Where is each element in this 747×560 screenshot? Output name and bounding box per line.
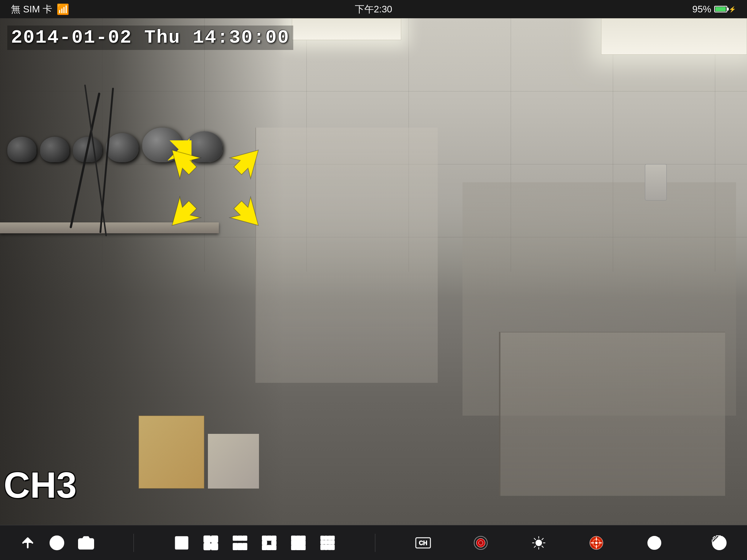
6-view-icon: [232, 535, 248, 551]
svg-rect-41: [332, 536, 334, 539]
svg-rect-38: [321, 536, 324, 539]
status-bar: 無 SIM 卡 📶 下午2:30 95% ⚡: [0, 0, 747, 18]
camera-timestamp: 2014-01-02 Thu 14:30:00: [7, 26, 293, 50]
svg-marker-3: [227, 140, 268, 181]
svg-rect-14: [212, 543, 218, 549]
svg-rect-19: [238, 543, 242, 549]
channel-button[interactable]: CH: [410, 530, 436, 556]
status-left: 無 SIM 卡 📶: [11, 3, 69, 16]
6-view-button[interactable]: [227, 530, 253, 556]
ptz-button[interactable]: [583, 530, 609, 556]
svg-rect-48: [328, 545, 331, 549]
svg-rect-35: [292, 545, 296, 549]
svg-rect-20: [243, 543, 247, 549]
ptz-circle-button[interactable]: [641, 530, 667, 556]
svg-rect-33: [296, 541, 300, 545]
9-view-button[interactable]: [285, 530, 311, 556]
svg-line-63: [534, 546, 536, 548]
back-button[interactable]: [15, 530, 41, 556]
svg-rect-13: [204, 543, 210, 549]
svg-rect-42: [321, 540, 324, 544]
ch-icon: CH: [415, 535, 431, 551]
charging-icon: ⚡: [729, 6, 736, 13]
status-right: 95% ⚡: [692, 4, 736, 15]
settings-button[interactable]: [706, 530, 732, 556]
svg-rect-28: [272, 545, 276, 549]
svg-point-55: [536, 540, 542, 546]
svg-rect-45: [332, 540, 334, 544]
svg-rect-16: [238, 536, 242, 540]
svg-rect-44: [328, 540, 331, 544]
ptz-circle-icon: [646, 535, 662, 551]
svg-rect-37: [301, 545, 305, 549]
wifi-icon: 📶: [57, 3, 69, 15]
svg-rect-47: [325, 545, 328, 549]
svg-marker-4: [162, 194, 203, 236]
brightness-button[interactable]: [526, 530, 552, 556]
svg-rect-18: [233, 543, 237, 549]
camera-feed: 2014-01-02 Thu 14:30:00 CH3: [0, 18, 747, 525]
toolbar: ↑: [0, 525, 747, 560]
info-icon: [49, 535, 65, 551]
far-wall: [255, 128, 438, 383]
snapshot-icon: [78, 535, 94, 551]
info-button[interactable]: [44, 530, 70, 556]
snapshot-button[interactable]: [73, 530, 99, 556]
8-view-button[interactable]: [256, 530, 282, 556]
wall-device: [645, 164, 667, 201]
settings-icon: [711, 535, 727, 551]
svg-text:CH: CH: [419, 540, 427, 546]
svg-rect-12: [212, 536, 218, 542]
12-view-button[interactable]: [314, 530, 341, 556]
brightness-icon: [531, 535, 547, 551]
separator-2: [375, 534, 375, 552]
svg-rect-36: [296, 545, 300, 549]
channel-label: CH3: [4, 467, 77, 503]
svg-rect-49: [332, 545, 334, 549]
svg-line-61: [542, 546, 543, 548]
svg-rect-46: [321, 545, 324, 549]
status-time: 下午2:30: [355, 3, 392, 16]
svg-rect-21: [263, 536, 267, 540]
svg-rect-29: [292, 536, 296, 540]
cubicle-area: [499, 332, 725, 496]
toolbar-view-group: [169, 530, 341, 556]
record-icon: [473, 535, 489, 551]
svg-rect-15: [233, 536, 237, 540]
svg-rect-11: [204, 536, 210, 542]
12-view-icon: [320, 535, 336, 551]
svg-point-9: [84, 541, 89, 546]
svg-rect-27: [267, 545, 271, 549]
svg-rect-25: [272, 541, 276, 544]
quad-view-icon: [203, 535, 219, 551]
svg-rect-23: [272, 536, 276, 540]
svg-marker-2: [162, 140, 203, 181]
camera-dome-1: [7, 137, 36, 162]
record-button[interactable]: [468, 530, 494, 556]
svg-point-54: [479, 541, 483, 545]
back-up-icon: [20, 535, 36, 551]
box-2: [208, 434, 259, 489]
cardboard-box-1: [139, 416, 204, 489]
svg-rect-34: [301, 541, 305, 545]
battery-percent: 95%: [692, 4, 711, 15]
ceiling-light-1: [292, 18, 401, 40]
svg-rect-22: [267, 536, 271, 540]
single-view-button[interactable]: [169, 530, 195, 556]
quad-view-button[interactable]: [198, 530, 224, 556]
ptz-icon: [588, 535, 604, 551]
camera-dome-4: [106, 133, 139, 162]
carrier-label: 無 SIM 卡: [11, 3, 52, 16]
svg-marker-5: [227, 194, 268, 236]
separator-1: [133, 534, 134, 552]
toolbar-left-group: ↑: [15, 530, 99, 556]
single-view-icon: [174, 535, 190, 551]
svg-rect-26: [263, 545, 267, 549]
svg-line-60: [534, 538, 536, 540]
svg-rect-30: [296, 536, 300, 540]
svg-rect-43: [325, 540, 328, 544]
camera-dome-2: [40, 137, 69, 162]
svg-point-66: [595, 542, 597, 544]
svg-rect-32: [292, 541, 296, 545]
svg-rect-40: [328, 536, 331, 539]
